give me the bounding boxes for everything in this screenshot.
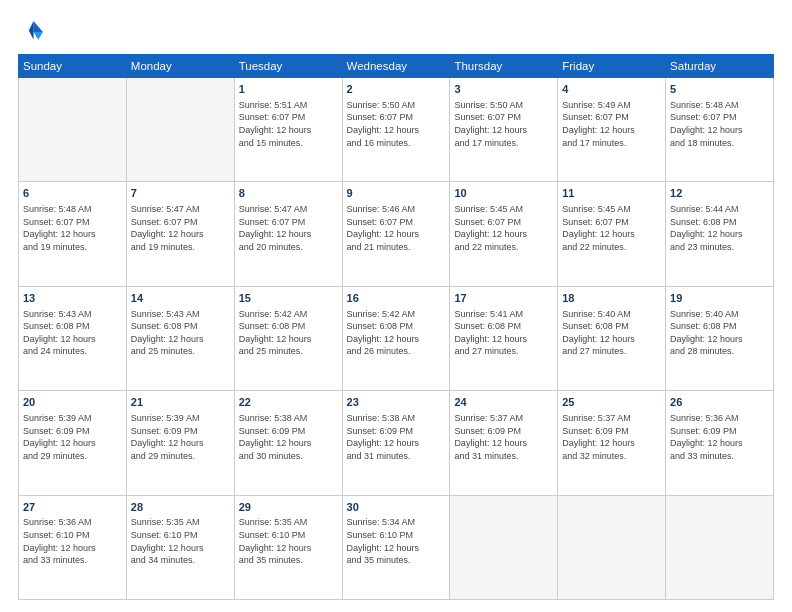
calendar-cell: 2Sunrise: 5:50 AM Sunset: 6:07 PM Daylig… xyxy=(342,78,450,182)
day-info: Sunrise: 5:48 AM Sunset: 6:07 PM Dayligh… xyxy=(670,99,769,149)
calendar-cell: 24Sunrise: 5:37 AM Sunset: 6:09 PM Dayli… xyxy=(450,391,558,495)
day-info: Sunrise: 5:40 AM Sunset: 6:08 PM Dayligh… xyxy=(562,308,661,358)
day-info: Sunrise: 5:35 AM Sunset: 6:10 PM Dayligh… xyxy=(131,516,230,566)
day-number: 29 xyxy=(239,500,338,515)
calendar-cell: 22Sunrise: 5:38 AM Sunset: 6:09 PM Dayli… xyxy=(234,391,342,495)
day-info: Sunrise: 5:35 AM Sunset: 6:10 PM Dayligh… xyxy=(239,516,338,566)
day-info: Sunrise: 5:43 AM Sunset: 6:08 PM Dayligh… xyxy=(131,308,230,358)
calendar-cell: 18Sunrise: 5:40 AM Sunset: 6:08 PM Dayli… xyxy=(558,286,666,390)
day-info: Sunrise: 5:38 AM Sunset: 6:09 PM Dayligh… xyxy=(239,412,338,462)
day-number: 5 xyxy=(670,82,769,97)
calendar-week-1: 1Sunrise: 5:51 AM Sunset: 6:07 PM Daylig… xyxy=(19,78,774,182)
day-info: Sunrise: 5:51 AM Sunset: 6:07 PM Dayligh… xyxy=(239,99,338,149)
calendar-cell: 6Sunrise: 5:48 AM Sunset: 6:07 PM Daylig… xyxy=(19,182,127,286)
calendar-cell: 17Sunrise: 5:41 AM Sunset: 6:08 PM Dayli… xyxy=(450,286,558,390)
calendar-cell xyxy=(126,78,234,182)
calendar-cell: 15Sunrise: 5:42 AM Sunset: 6:08 PM Dayli… xyxy=(234,286,342,390)
calendar-cell: 29Sunrise: 5:35 AM Sunset: 6:10 PM Dayli… xyxy=(234,495,342,599)
calendar-cell: 25Sunrise: 5:37 AM Sunset: 6:09 PM Dayli… xyxy=(558,391,666,495)
day-number: 21 xyxy=(131,395,230,410)
calendar-cell: 4Sunrise: 5:49 AM Sunset: 6:07 PM Daylig… xyxy=(558,78,666,182)
calendar-cell: 12Sunrise: 5:44 AM Sunset: 6:08 PM Dayli… xyxy=(666,182,774,286)
weekday-header-row: SundayMondayTuesdayWednesdayThursdayFrid… xyxy=(19,55,774,78)
day-info: Sunrise: 5:39 AM Sunset: 6:09 PM Dayligh… xyxy=(23,412,122,462)
day-number: 12 xyxy=(670,186,769,201)
calendar-cell: 5Sunrise: 5:48 AM Sunset: 6:07 PM Daylig… xyxy=(666,78,774,182)
day-number: 15 xyxy=(239,291,338,306)
day-number: 14 xyxy=(131,291,230,306)
calendar-cell: 30Sunrise: 5:34 AM Sunset: 6:10 PM Dayli… xyxy=(342,495,450,599)
day-number: 9 xyxy=(347,186,446,201)
calendar-cell: 13Sunrise: 5:43 AM Sunset: 6:08 PM Dayli… xyxy=(19,286,127,390)
calendar-cell: 1Sunrise: 5:51 AM Sunset: 6:07 PM Daylig… xyxy=(234,78,342,182)
weekday-header-wednesday: Wednesday xyxy=(342,55,450,78)
day-number: 22 xyxy=(239,395,338,410)
day-info: Sunrise: 5:36 AM Sunset: 6:09 PM Dayligh… xyxy=(670,412,769,462)
weekday-header-thursday: Thursday xyxy=(450,55,558,78)
day-info: Sunrise: 5:50 AM Sunset: 6:07 PM Dayligh… xyxy=(454,99,553,149)
day-number: 24 xyxy=(454,395,553,410)
calendar-cell: 20Sunrise: 5:39 AM Sunset: 6:09 PM Dayli… xyxy=(19,391,127,495)
calendar-cell: 7Sunrise: 5:47 AM Sunset: 6:07 PM Daylig… xyxy=(126,182,234,286)
calendar-cell xyxy=(558,495,666,599)
day-info: Sunrise: 5:34 AM Sunset: 6:10 PM Dayligh… xyxy=(347,516,446,566)
weekday-header-friday: Friday xyxy=(558,55,666,78)
weekday-header-saturday: Saturday xyxy=(666,55,774,78)
day-number: 28 xyxy=(131,500,230,515)
calendar-cell: 19Sunrise: 5:40 AM Sunset: 6:08 PM Dayli… xyxy=(666,286,774,390)
weekday-header-monday: Monday xyxy=(126,55,234,78)
logo xyxy=(18,18,50,46)
calendar-week-5: 27Sunrise: 5:36 AM Sunset: 6:10 PM Dayli… xyxy=(19,495,774,599)
calendar-cell: 23Sunrise: 5:38 AM Sunset: 6:09 PM Dayli… xyxy=(342,391,450,495)
day-info: Sunrise: 5:37 AM Sunset: 6:09 PM Dayligh… xyxy=(454,412,553,462)
day-number: 27 xyxy=(23,500,122,515)
svg-marker-0 xyxy=(34,21,43,32)
day-number: 2 xyxy=(347,82,446,97)
day-info: Sunrise: 5:47 AM Sunset: 6:07 PM Dayligh… xyxy=(131,203,230,253)
day-number: 18 xyxy=(562,291,661,306)
day-info: Sunrise: 5:43 AM Sunset: 6:08 PM Dayligh… xyxy=(23,308,122,358)
calendar-week-3: 13Sunrise: 5:43 AM Sunset: 6:08 PM Dayli… xyxy=(19,286,774,390)
day-number: 16 xyxy=(347,291,446,306)
page: SundayMondayTuesdayWednesdayThursdayFrid… xyxy=(0,0,792,612)
calendar-cell: 27Sunrise: 5:36 AM Sunset: 6:10 PM Dayli… xyxy=(19,495,127,599)
calendar-cell xyxy=(19,78,127,182)
svg-marker-1 xyxy=(34,32,43,40)
day-info: Sunrise: 5:45 AM Sunset: 6:07 PM Dayligh… xyxy=(562,203,661,253)
day-number: 7 xyxy=(131,186,230,201)
calendar-week-2: 6Sunrise: 5:48 AM Sunset: 6:07 PM Daylig… xyxy=(19,182,774,286)
day-number: 20 xyxy=(23,395,122,410)
day-info: Sunrise: 5:49 AM Sunset: 6:07 PM Dayligh… xyxy=(562,99,661,149)
day-info: Sunrise: 5:45 AM Sunset: 6:07 PM Dayligh… xyxy=(454,203,553,253)
header xyxy=(18,18,774,46)
day-info: Sunrise: 5:38 AM Sunset: 6:09 PM Dayligh… xyxy=(347,412,446,462)
weekday-header-sunday: Sunday xyxy=(19,55,127,78)
calendar-cell: 10Sunrise: 5:45 AM Sunset: 6:07 PM Dayli… xyxy=(450,182,558,286)
day-info: Sunrise: 5:36 AM Sunset: 6:10 PM Dayligh… xyxy=(23,516,122,566)
calendar-cell: 11Sunrise: 5:45 AM Sunset: 6:07 PM Dayli… xyxy=(558,182,666,286)
calendar-cell: 3Sunrise: 5:50 AM Sunset: 6:07 PM Daylig… xyxy=(450,78,558,182)
day-number: 3 xyxy=(454,82,553,97)
day-number: 17 xyxy=(454,291,553,306)
day-info: Sunrise: 5:39 AM Sunset: 6:09 PM Dayligh… xyxy=(131,412,230,462)
day-info: Sunrise: 5:50 AM Sunset: 6:07 PM Dayligh… xyxy=(347,99,446,149)
day-number: 1 xyxy=(239,82,338,97)
day-info: Sunrise: 5:42 AM Sunset: 6:08 PM Dayligh… xyxy=(347,308,446,358)
day-info: Sunrise: 5:40 AM Sunset: 6:08 PM Dayligh… xyxy=(670,308,769,358)
day-number: 30 xyxy=(347,500,446,515)
day-number: 10 xyxy=(454,186,553,201)
day-info: Sunrise: 5:42 AM Sunset: 6:08 PM Dayligh… xyxy=(239,308,338,358)
calendar-cell: 16Sunrise: 5:42 AM Sunset: 6:08 PM Dayli… xyxy=(342,286,450,390)
day-number: 11 xyxy=(562,186,661,201)
calendar-cell: 21Sunrise: 5:39 AM Sunset: 6:09 PM Dayli… xyxy=(126,391,234,495)
calendar-cell xyxy=(450,495,558,599)
calendar-week-4: 20Sunrise: 5:39 AM Sunset: 6:09 PM Dayli… xyxy=(19,391,774,495)
day-info: Sunrise: 5:46 AM Sunset: 6:07 PM Dayligh… xyxy=(347,203,446,253)
day-info: Sunrise: 5:48 AM Sunset: 6:07 PM Dayligh… xyxy=(23,203,122,253)
day-info: Sunrise: 5:44 AM Sunset: 6:08 PM Dayligh… xyxy=(670,203,769,253)
calendar-cell: 28Sunrise: 5:35 AM Sunset: 6:10 PM Dayli… xyxy=(126,495,234,599)
calendar-cell: 26Sunrise: 5:36 AM Sunset: 6:09 PM Dayli… xyxy=(666,391,774,495)
calendar-cell: 8Sunrise: 5:47 AM Sunset: 6:07 PM Daylig… xyxy=(234,182,342,286)
day-number: 8 xyxy=(239,186,338,201)
calendar-cell: 14Sunrise: 5:43 AM Sunset: 6:08 PM Dayli… xyxy=(126,286,234,390)
